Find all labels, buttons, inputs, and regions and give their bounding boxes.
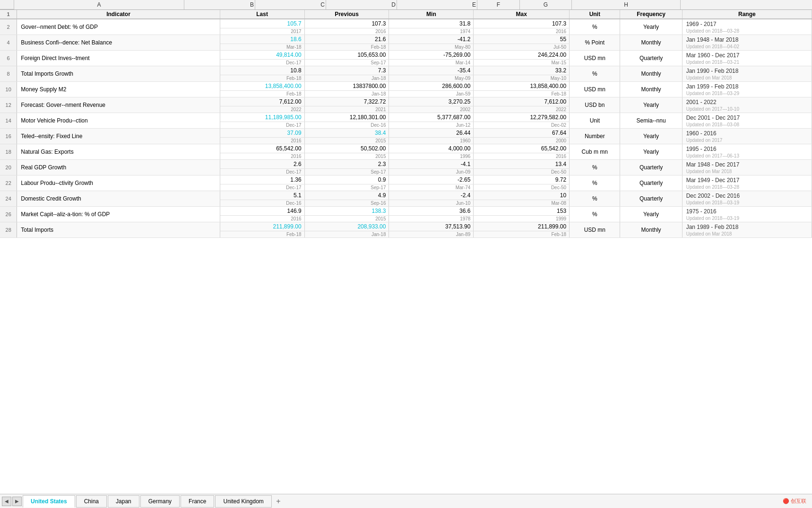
row-number: 28 bbox=[0, 222, 17, 238]
sub-date: Mar-14 bbox=[389, 60, 474, 66]
sub-date: 2016 bbox=[304, 28, 389, 35]
indicator-cell: Forecast: Gover--nment Revenue bbox=[17, 97, 220, 113]
frequency-cell: Yearly bbox=[620, 97, 682, 113]
header-last: Last bbox=[220, 10, 304, 19]
min-value: -35.4 bbox=[389, 66, 474, 75]
previous-value: 138.3 bbox=[304, 207, 389, 216]
tab-china[interactable]: China bbox=[76, 495, 107, 508]
indicator-cell: Foreign Direct Inves--tment bbox=[17, 51, 220, 66]
sub-date: Sep-17 bbox=[304, 184, 389, 191]
logo: 🔴 创互联 bbox=[783, 498, 806, 505]
frequency-cell: Quarterly bbox=[620, 191, 682, 207]
min-value: 31.8 bbox=[389, 19, 474, 28]
max-value: 107.3 bbox=[474, 19, 570, 28]
previous-value: 21.6 bbox=[304, 35, 389, 44]
frequency-cell: Yearly bbox=[620, 144, 682, 160]
range-cell: 1960 - 2016Updated on 2017 bbox=[682, 129, 812, 144]
sub-date: 2016 bbox=[474, 28, 570, 35]
tab-add-btn[interactable]: + bbox=[273, 496, 284, 507]
unit-cell: Cub m mn bbox=[570, 144, 620, 160]
min-value: -75,269.00 bbox=[389, 51, 474, 60]
unit-cell: % bbox=[570, 207, 620, 222]
max-value: 55 bbox=[474, 35, 570, 44]
tab-japan[interactable]: Japan bbox=[108, 495, 139, 508]
indicator-cell: Teled--ensity: Fixed Line bbox=[17, 129, 220, 144]
col-header-f: F bbox=[477, 0, 520, 9]
max-value: 7,612.00 bbox=[474, 97, 570, 106]
sub-date: Dec-16 bbox=[220, 200, 304, 207]
row-num-header: 1 bbox=[0, 10, 17, 19]
tab-france[interactable]: France bbox=[181, 495, 214, 508]
last-value: 49,814.00 bbox=[220, 51, 304, 60]
unit-cell: Number bbox=[570, 129, 620, 144]
range-cell: Mar 1949 - Dec 2017Updated on 2018---03-… bbox=[682, 175, 812, 191]
min-value: -4.1 bbox=[389, 160, 474, 169]
sub-date: 2021 bbox=[304, 106, 389, 113]
sub-date: Jan-18 bbox=[304, 91, 389, 97]
table-row: 6Foreign Direct Inves--tment49,814.00105… bbox=[0, 51, 812, 60]
table-row: 8Total Imports Growth10.87.3-35.433.2%Mo… bbox=[0, 66, 812, 75]
table-row: 14Motor Vehicle Produ--ction11,189,985.0… bbox=[0, 113, 812, 122]
range-cell: 2001 - 2022Updated on 2017---10-10 bbox=[682, 97, 812, 113]
last-value: 10.8 bbox=[220, 66, 304, 75]
col-header-a: A bbox=[14, 0, 184, 9]
sub-date: 2000 bbox=[474, 138, 570, 144]
unit-cell: USD bn bbox=[570, 97, 620, 113]
sub-date: Feb-18 bbox=[474, 231, 570, 238]
sub-date: 2016 bbox=[474, 153, 570, 160]
sub-date: Feb-18 bbox=[220, 91, 304, 97]
sub-date: Jan-18 bbox=[304, 75, 389, 82]
spreadsheet-container: A B C D E F G H 1 Indicator bbox=[0, 0, 812, 508]
data-table: 2Gover--nment Debt: % of GDP105.7107.331… bbox=[0, 19, 812, 238]
range-cell: 1969 - 2017Updated on 2018---03-28 bbox=[682, 19, 812, 35]
min-value: 5,377,687.00 bbox=[389, 113, 474, 122]
row-number: 22 bbox=[0, 175, 17, 191]
unit-cell: % bbox=[570, 19, 620, 35]
previous-value: 4.9 bbox=[304, 191, 389, 200]
row-number: 8 bbox=[0, 66, 17, 82]
header-row: 1 Indicator Last Previous Min Max Unit F… bbox=[0, 10, 812, 19]
frequency-cell: Quarterly bbox=[620, 51, 682, 66]
sub-date: 1960 bbox=[389, 138, 474, 144]
row-number: 12 bbox=[0, 97, 17, 113]
row-number: 2 bbox=[0, 19, 17, 35]
previous-value: 7.3 bbox=[304, 66, 389, 75]
row-number: 24 bbox=[0, 191, 17, 207]
indicator-cell: Market Capit--aliz-a-tion: % of GDP bbox=[17, 207, 220, 222]
sub-date: Dec-16 bbox=[304, 122, 389, 129]
min-value: 36.6 bbox=[389, 207, 474, 216]
sub-date: Sep-17 bbox=[304, 169, 389, 175]
col-header-c: C bbox=[255, 0, 326, 9]
tab-next-btn[interactable]: ▶ bbox=[12, 497, 22, 506]
sub-date: Jun-10 bbox=[389, 200, 474, 207]
max-value: 67.64 bbox=[474, 129, 570, 138]
header-indicator: Indicator bbox=[17, 10, 220, 19]
last-value: 11,189,985.00 bbox=[220, 113, 304, 122]
unit-cell: % bbox=[570, 66, 620, 82]
frequency-cell: Quarterly bbox=[620, 160, 682, 175]
previous-value: 107.3 bbox=[304, 19, 389, 28]
unit-cell: Unit bbox=[570, 113, 620, 129]
range-cell: Jan 1959 - Feb 2018Updated on 2018---03-… bbox=[682, 82, 812, 97]
frequency-cell: Monthly bbox=[620, 66, 682, 82]
indicator-cell: Motor Vehicle Produ--ction bbox=[17, 113, 220, 129]
tab-united-states[interactable]: United States bbox=[23, 495, 75, 508]
frequency-cell: Monthly bbox=[620, 82, 682, 97]
indicator-cell: Natural Gas: Exports bbox=[17, 144, 220, 160]
sub-date: 2016 bbox=[220, 216, 304, 222]
tab-prev-btn[interactable]: ◀ bbox=[2, 497, 11, 506]
tab-united-kingdom[interactable]: United Kingdom bbox=[215, 495, 271, 508]
unit-cell: % bbox=[570, 191, 620, 207]
table-row: 20Real GDP Growth2.62.3-4.113.4%Quarterl… bbox=[0, 160, 812, 169]
sub-date: Sep-17 bbox=[304, 60, 389, 66]
table-row: 28Total Imports211,899.00208,933.0037,51… bbox=[0, 222, 812, 231]
sub-date: 1999 bbox=[474, 216, 570, 222]
min-value: -41.2 bbox=[389, 35, 474, 44]
sub-date: Dec-02 bbox=[474, 122, 570, 129]
main-table: 1 Indicator Last Previous Min Max Unit F… bbox=[0, 10, 812, 19]
last-value: 211,899.00 bbox=[220, 222, 304, 231]
header-max: Max bbox=[474, 10, 570, 19]
tab-germany[interactable]: Germany bbox=[140, 495, 180, 508]
last-value: 2.6 bbox=[220, 160, 304, 169]
max-value: 12,279,582.00 bbox=[474, 113, 570, 122]
